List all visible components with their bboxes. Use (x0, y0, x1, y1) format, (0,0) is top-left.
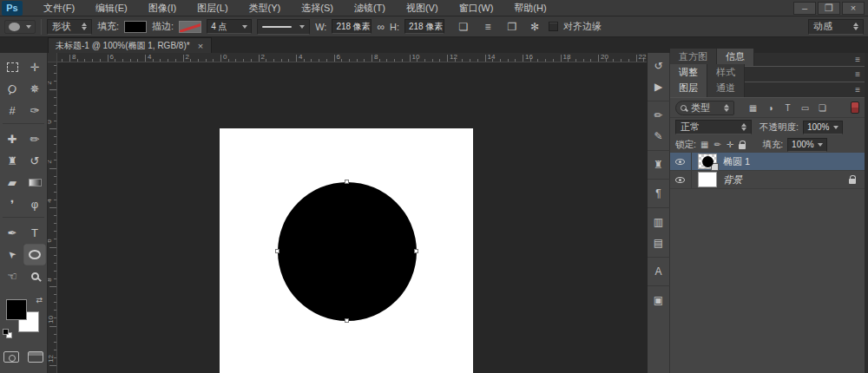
layer-thumbnail[interactable] (698, 154, 717, 169)
default-colors-icon[interactable] (3, 329, 13, 339)
gear-icon[interactable]: ✻ (526, 19, 543, 35)
panel-menu-icon[interactable]: ≡ (855, 85, 860, 95)
blend-mode-select[interactable]: 正常 (675, 120, 752, 134)
anchor-point-right[interactable] (414, 249, 418, 253)
filter-shape-layers-icon[interactable]: ▭ (798, 101, 812, 115)
horizontal-ruler[interactable]: 86420246810121416182022 (57, 53, 647, 62)
screen-mode-button[interactable] (28, 351, 43, 363)
stroke-width-field[interactable]: 4 点 (207, 19, 252, 34)
crop-tool[interactable]: # (1, 100, 23, 121)
character-styles-panel-icon[interactable]: A (649, 261, 668, 282)
path-operations-button[interactable]: ❏ (455, 19, 472, 35)
clone-stamp-tool[interactable]: ♜ (1, 150, 23, 172)
menu-item[interactable]: 视图(V) (396, 0, 449, 16)
path-selection-tool[interactable]: ➤ (1, 244, 23, 265)
close-tab-icon[interactable]: × (197, 41, 204, 51)
history-panel-icon[interactable]: ↺ (649, 56, 668, 76)
pen-tool[interactable]: ✒ (1, 222, 23, 244)
visibility-eye-icon[interactable] (675, 177, 685, 183)
tab-styles[interactable]: 样式 (707, 64, 745, 82)
height-field[interactable]: 218 像素 (404, 19, 444, 34)
lock-pixels-icon[interactable]: ✏ (713, 140, 720, 149)
tab-layers[interactable]: 图层 (670, 80, 707, 97)
menu-item[interactable]: 选择(S) (291, 0, 344, 16)
gradient-tool[interactable] (23, 172, 46, 193)
filter-pixel-layers-icon[interactable]: ▦ (746, 101, 760, 115)
actions-panel-icon[interactable]: ▶ (649, 76, 668, 97)
tab-histogram[interactable]: 直方图 (670, 49, 717, 66)
rectangular-marquee-tool[interactable] (1, 56, 23, 78)
blur-tool[interactable]: ❜ (1, 193, 23, 215)
lasso-tool[interactable]: Ϙ (1, 78, 23, 100)
tool-mode-select[interactable]: 形状 (47, 19, 92, 35)
anchor-point-left[interactable] (275, 249, 279, 253)
visibility-eye-icon[interactable] (675, 159, 685, 165)
magic-wand-tool[interactable]: ✵ (23, 78, 46, 100)
brush-panel-icon[interactable]: ✏ (649, 105, 668, 126)
ellipse-shape[interactable] (278, 182, 417, 321)
menu-item[interactable]: 帮助(H) (503, 0, 556, 16)
foreground-color-swatch[interactable] (6, 299, 27, 320)
menu-item[interactable]: 编辑(E) (85, 0, 138, 16)
vertical-ruler[interactable]: 2024681012 (48, 62, 57, 373)
properties-panel-icon[interactable]: ▣ (649, 290, 668, 311)
move-tool[interactable]: ✛ (23, 56, 46, 78)
stroke-style-select[interactable] (257, 19, 310, 35)
paragraph-styles-panel-icon[interactable]: ▤ (649, 232, 668, 253)
hand-tool[interactable]: ☜ (1, 265, 23, 287)
layer-name[interactable]: 背景 (723, 173, 742, 186)
document-tab[interactable]: 未标题-1 @ 100%(椭圆 1, RGB/8)* × (48, 37, 212, 53)
document-canvas[interactable] (220, 128, 473, 373)
stroke-color-swatch[interactable] (179, 21, 201, 33)
path-alignment-button[interactable]: ≡ (479, 19, 496, 35)
anchor-point-bottom[interactable] (345, 318, 349, 323)
link-dimensions-icon[interactable]: ∞ (377, 21, 385, 33)
layer-row-ellipse[interactable]: 椭圆 1 (670, 153, 865, 171)
ruler-origin-corner[interactable] (48, 53, 57, 62)
brush-tool[interactable]: ✏ (23, 128, 46, 150)
width-field[interactable]: 218 像素 (332, 19, 372, 34)
eyedropper-tool[interactable]: ✑ (23, 100, 46, 121)
healing-brush-tool[interactable]: ✚ (1, 128, 23, 150)
tool-preset-picker[interactable] (4, 20, 36, 34)
menu-item[interactable]: 文件(F) (33, 0, 85, 16)
menu-item[interactable]: 图层(L) (187, 0, 238, 16)
align-edges-checkbox[interactable] (549, 22, 558, 31)
fill-field[interactable]: 100% (787, 138, 827, 152)
layer-row-background[interactable]: 背景 (670, 171, 865, 189)
menu-item[interactable]: 图像(I) (138, 0, 187, 16)
workspace-select[interactable]: 动感 (808, 19, 864, 35)
anchor-point-top[interactable] (345, 180, 349, 184)
filter-type-layers-icon[interactable]: T (780, 101, 795, 115)
dodge-tool[interactable]: φ (23, 193, 46, 215)
quick-mask-button[interactable] (3, 351, 19, 363)
ellipse-tool[interactable] (23, 244, 46, 265)
panel-menu-icon[interactable]: ≡ (855, 55, 860, 64)
eraser-tool[interactable]: ▰ (1, 172, 23, 193)
tab-channels[interactable]: 通道 (707, 80, 745, 97)
paragraph-panel-icon[interactable]: ¶ (649, 183, 668, 204)
menu-item[interactable]: 窗口(W) (449, 0, 504, 16)
lock-all-icon[interactable] (739, 144, 746, 149)
filter-adjustment-layers-icon[interactable]: ◑ (763, 101, 778, 115)
filter-smart-objects-icon[interactable]: ❏ (815, 101, 830, 115)
minimize-button[interactable]: – (793, 2, 816, 15)
menu-item[interactable]: 类型(Y) (239, 0, 292, 16)
brush-presets-panel-icon[interactable]: ✎ (649, 126, 668, 147)
layer-thumbnail[interactable] (698, 172, 717, 187)
opacity-field[interactable]: 100% (803, 121, 843, 134)
character-panel-icon[interactable]: ▥ (649, 212, 668, 232)
layer-name[interactable]: 椭圆 1 (723, 155, 750, 168)
path-arrangement-button[interactable]: ❐ (503, 19, 521, 35)
lock-transparency-icon[interactable]: ▦ (700, 140, 708, 149)
history-brush-tool[interactable]: ↺ (23, 150, 46, 172)
restore-button[interactable]: ❐ (818, 2, 840, 15)
tab-info[interactable]: 信息 (717, 49, 754, 66)
fill-color-swatch[interactable] (124, 21, 147, 33)
zoom-tool[interactable] (23, 265, 46, 287)
panel-menu-icon[interactable]: ≡ (855, 69, 860, 79)
filter-toggle-switch[interactable] (851, 101, 859, 114)
layer-filter-select[interactable]: 类型 (675, 101, 734, 115)
clone-source-panel-icon[interactable]: ♜ (649, 154, 668, 175)
type-tool[interactable]: T (23, 222, 46, 244)
